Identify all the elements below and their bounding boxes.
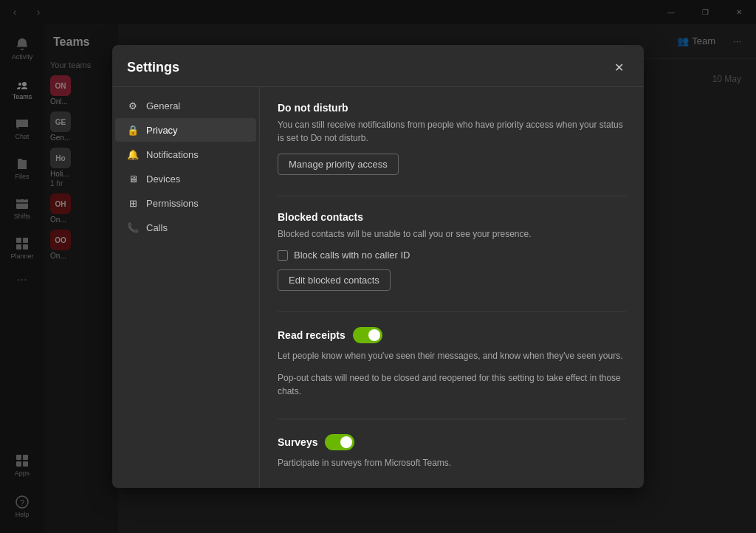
blocked-title: Blocked contacts: [278, 211, 626, 223]
settings-modal: Settings ✕ ⚙ General 🔒 Privacy 🔔 Notific…: [112, 45, 644, 488]
nav-label-calls: Calls: [146, 222, 168, 233]
read-receipts-desc1: Let people know when you've seen their m…: [278, 349, 626, 362]
block-calls-checkbox[interactable]: [278, 250, 288, 261]
dnd-description: You can still receive notifications from…: [278, 118, 626, 145]
edit-blocked-contacts-button[interactable]: Edit blocked contacts: [278, 269, 391, 291]
settings-nav: ⚙ General 🔒 Privacy 🔔 Notifications 🖥 De…: [112, 87, 260, 488]
phone-icon: 📞: [127, 221, 139, 233]
lock-icon: 🔒: [127, 124, 139, 136]
block-calls-label: Block calls with no caller ID: [294, 250, 410, 261]
bell-icon: 🔔: [127, 148, 139, 160]
section-read-receipts: Read receipts Let people know when you'v…: [278, 327, 626, 398]
read-receipts-desc2: Pop-out chats will need to be closed and…: [278, 371, 626, 398]
divider-2: [278, 312, 626, 312]
modal-close-button[interactable]: ✕: [608, 57, 629, 78]
gear-icon: ⚙: [127, 100, 139, 111]
modal-body: ⚙ General 🔒 Privacy 🔔 Notifications 🖥 De…: [112, 87, 644, 488]
nav-item-calls[interactable]: 📞 Calls: [115, 216, 256, 239]
monitor-icon: 🖥: [127, 173, 139, 185]
modal-title: Settings: [127, 60, 179, 75]
surveys-toggle[interactable]: [325, 434, 354, 450]
surveys-title: Surveys: [278, 436, 317, 448]
nav-label-notifications: Notifications: [146, 149, 199, 160]
modal-header: Settings ✕: [112, 45, 644, 87]
section-surveys: Surveys Participate in surveys from Micr…: [278, 434, 626, 470]
surveys-toggle-row: Surveys: [278, 434, 626, 450]
nav-label-privacy: Privacy: [146, 125, 178, 136]
divider-1: [278, 196, 626, 196]
nav-label-general: General: [146, 100, 180, 111]
divider-3: [278, 419, 626, 419]
nav-item-notifications[interactable]: 🔔 Notifications: [115, 142, 256, 166]
nav-label-devices: Devices: [146, 173, 180, 185]
settings-content: Do not disturb You can still receive not…: [260, 87, 644, 488]
nav-item-privacy[interactable]: 🔒 Privacy: [115, 118, 256, 142]
read-receipts-title: Read receipts: [278, 329, 346, 341]
blocked-description: Blocked contacts will be unable to call …: [278, 227, 626, 241]
read-receipts-toggle-row: Read receipts: [278, 327, 626, 343]
section-do-not-disturb: Do not disturb You can still receive not…: [278, 102, 626, 175]
section-blocked-contacts: Blocked contacts Blocked contacts will b…: [278, 211, 626, 291]
grid-icon: ⊞: [127, 197, 139, 209]
nav-item-devices[interactable]: 🖥 Devices: [115, 167, 256, 190]
nav-label-permissions: Permissions: [146, 198, 199, 209]
dnd-title: Do not disturb: [278, 102, 626, 114]
manage-priority-button[interactable]: Manage priority access: [278, 154, 399, 175]
surveys-description: Participate in surveys from Microsoft Te…: [278, 456, 626, 470]
block-calls-row: Block calls with no caller ID: [278, 250, 626, 261]
nav-item-general[interactable]: ⚙ General: [115, 94, 256, 117]
nav-item-permissions[interactable]: ⊞ Permissions: [115, 191, 256, 215]
read-receipts-toggle[interactable]: [353, 327, 382, 343]
